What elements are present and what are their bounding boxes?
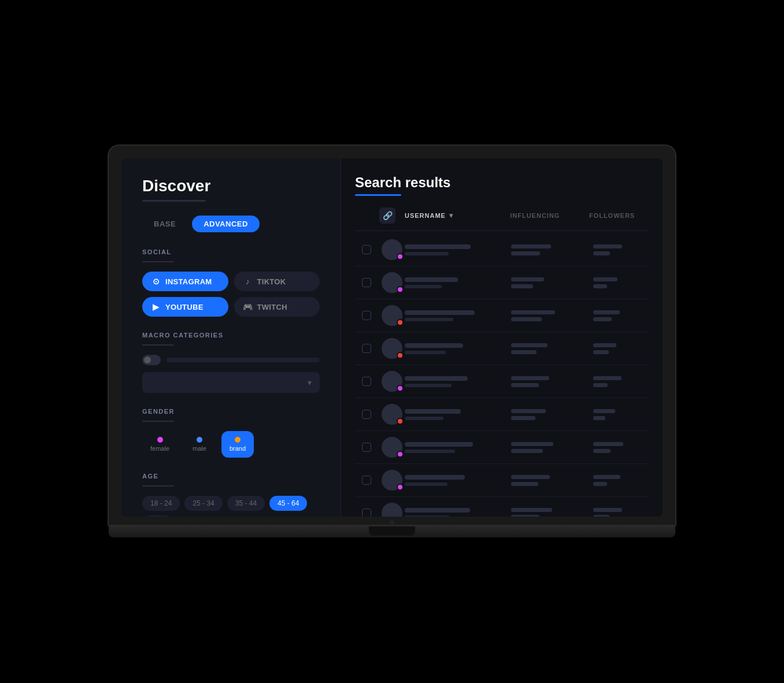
row-inf-bar1-3 — [511, 343, 548, 347]
row-info-0 — [405, 244, 502, 255]
row-info-2 — [405, 310, 502, 321]
row-bar-sub-2 — [405, 318, 453, 321]
avatar-dot-2 — [397, 319, 404, 326]
macro-toggle[interactable] — [142, 355, 161, 365]
row-bar-main-7 — [405, 475, 465, 480]
row-fol-bar1-5 — [593, 409, 615, 413]
macro-categories-label: MACRO CATEGORIES — [142, 332, 320, 339]
checkbox-box-5[interactable] — [362, 410, 371, 419]
tab-advanced[interactable]: ADVANCED — [192, 216, 260, 232]
row-inf-bar2-7 — [511, 482, 538, 486]
row-info-6 — [405, 442, 502, 453]
table-header: 🔗 USERNAME ▾ INFLUENCING FOLLOWERS — [355, 207, 649, 231]
tiktok-icon: ♪ — [243, 277, 253, 286]
checkbox-box-1[interactable] — [362, 278, 371, 287]
avatar-dot-5 — [397, 418, 404, 425]
link-icon: 🔗 — [379, 207, 395, 224]
instagram-button[interactable]: ⊙ INSTAGRAM — [142, 272, 228, 291]
laptop-notch — [369, 526, 415, 536]
macro-categories-section: MACRO CATEGORIES ▾ — [142, 332, 320, 393]
row-inf-bar1-5 — [511, 409, 546, 413]
tiktok-button[interactable]: ♪ TIKTOK — [234, 272, 320, 291]
avatar-circle-8 — [382, 503, 402, 517]
row-followers-0 — [584, 244, 642, 255]
th-username[interactable]: USERNAME ▾ — [405, 211, 510, 220]
row-inf-bar2-0 — [511, 251, 540, 255]
row-avatar-6 — [379, 437, 405, 458]
laptop-screen: Discover BASE ADVANCED SOCIAL ⊙ INSTAGRA… — [121, 158, 663, 517]
checkbox-box-3[interactable] — [362, 344, 371, 353]
checkbox-box-4[interactable] — [362, 377, 371, 386]
instagram-icon: ⊙ — [151, 277, 161, 286]
age-25-34[interactable]: 25 - 34 — [184, 496, 222, 511]
laptop-base — [109, 525, 675, 537]
table-row — [355, 497, 649, 517]
row-fol-bar1-2 — [593, 310, 620, 314]
row-fol-bar2-3 — [593, 350, 609, 354]
gender-female-button[interactable]: female — [142, 431, 177, 458]
row-influencing-5 — [502, 409, 584, 420]
tab-base[interactable]: BASE — [142, 216, 187, 232]
gender-male-button[interactable]: male — [184, 431, 215, 458]
dropdown-arrow-icon: ▾ — [308, 378, 312, 387]
social-underline — [142, 261, 174, 262]
row-followers-3 — [584, 343, 642, 354]
row-info-3 — [405, 343, 502, 354]
avatar-circle-1 — [382, 272, 402, 293]
table-row — [355, 299, 649, 332]
page-title: Discover — [142, 177, 320, 195]
gender-brand-button[interactable]: brand — [221, 431, 254, 458]
row-influencing-1 — [502, 277, 584, 288]
checkbox-box-7[interactable] — [362, 476, 371, 485]
row-checkbox-4 — [362, 377, 379, 386]
row-inf-bar2-4 — [511, 383, 539, 387]
row-influencing-8 — [502, 508, 584, 517]
th-influencing: INFLUENCING — [510, 212, 589, 219]
row-influencing-2 — [502, 310, 584, 321]
row-avatar-7 — [379, 470, 405, 491]
checkbox-box-8[interactable] — [362, 508, 371, 517]
row-fol-bar1-3 — [593, 343, 616, 347]
checkbox-box-6[interactable] — [362, 443, 371, 452]
age-18-24[interactable]: 18 - 24 — [142, 496, 180, 511]
male-dot — [197, 437, 202, 443]
age-row: 18 - 24 25 - 34 35 - 44 45 - 64 65 + — [142, 496, 320, 517]
row-bar-sub-7 — [405, 482, 448, 486]
row-bar-main-6 — [405, 442, 473, 447]
macro-dropdown[interactable]: ▾ — [142, 372, 320, 393]
row-checkbox-5 — [362, 410, 379, 419]
row-bar-sub-5 — [405, 417, 443, 420]
age-45-64[interactable]: 45 - 64 — [269, 496, 307, 511]
row-checkbox-6 — [362, 443, 379, 452]
avatar-dot-4 — [397, 385, 404, 392]
age-label: AGE — [142, 473, 320, 480]
row-avatar-0 — [379, 239, 405, 260]
row-fol-bar1-7 — [593, 475, 620, 479]
row-inf-bar1-8 — [511, 508, 552, 512]
checkbox-box-2[interactable] — [362, 311, 371, 320]
row-followers-4 — [584, 376, 642, 387]
row-checkbox-8 — [362, 508, 379, 517]
table-row — [355, 332, 649, 365]
table-row — [355, 464, 649, 497]
results-underline — [355, 194, 401, 196]
avatar-circle-5 — [382, 404, 402, 425]
youtube-button[interactable]: ▶ YOUTUBE — [142, 297, 228, 317]
th-avatar: 🔗 — [379, 207, 405, 224]
table-row — [355, 266, 649, 299]
twitch-button[interactable]: 🎮 TWITCH — [234, 297, 320, 317]
avatar-circle-4 — [382, 371, 402, 392]
row-fol-bar2-8 — [593, 515, 609, 517]
row-inf-bar1-7 — [511, 475, 550, 479]
age-35-44[interactable]: 35 - 44 — [227, 496, 265, 511]
avatar-dot-6 — [397, 451, 404, 458]
macro-toggle-row — [142, 355, 320, 365]
table-row — [355, 431, 649, 464]
social-grid: ⊙ INSTAGRAM ♪ TIKTOK ▶ YOUTUBE 🎮 — [142, 272, 320, 317]
laptop-wrapper: Discover BASE ADVANCED SOCIAL ⊙ INSTAGRA… — [109, 146, 675, 537]
age-65-plus[interactable]: 65 + — [142, 515, 172, 517]
checkbox-box-0[interactable] — [362, 245, 371, 254]
age-underline — [142, 485, 174, 487]
table-row — [355, 398, 649, 431]
row-bar-main-1 — [405, 277, 458, 282]
